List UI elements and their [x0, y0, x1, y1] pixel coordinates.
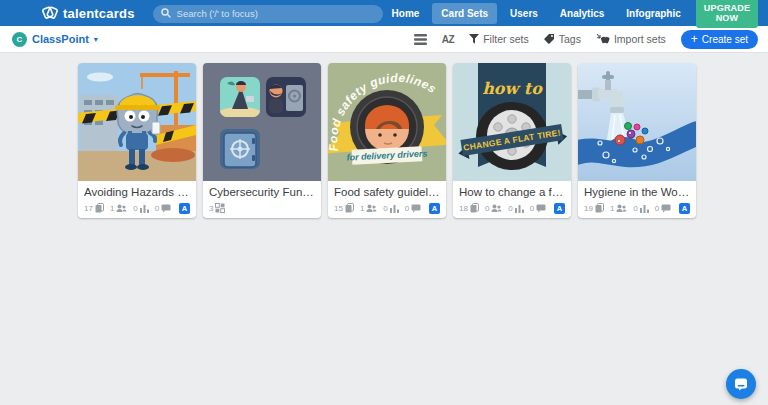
hygiene-thumbnail — [578, 63, 696, 181]
language-badge: A — [679, 203, 690, 214]
group-icon — [116, 204, 127, 213]
card-set-avoiding-hazards[interactable]: Avoiding Hazards in the ... 17 1 0 0 — [78, 63, 196, 218]
card-footer: How to change a flat tire 18 0 0 0 — [453, 181, 571, 218]
feedback-icon — [536, 204, 546, 213]
sort-alpha-button[interactable]: AZ — [442, 34, 454, 45]
progress-count: 0 — [383, 204, 398, 213]
list-view-icon — [414, 34, 427, 45]
import-sets-label: Import sets — [614, 33, 666, 45]
top-navbar: talentcards Home Card Sets Users Analyti… — [0, 0, 768, 26]
progress-count: 0 — [133, 204, 148, 213]
cybersecurity-thumbnail — [203, 63, 321, 181]
feedback-icon — [411, 204, 421, 213]
food-safety-thumbnail: Food safety guidelines for delivery driv… — [328, 63, 446, 181]
feedback-icon — [661, 204, 671, 213]
import-sets-button[interactable]: Import sets — [596, 33, 666, 45]
cards-icon — [95, 203, 104, 213]
upgrade-now-button[interactable]: UPGRADE NOW — [696, 0, 758, 28]
chat-support-button[interactable] — [726, 369, 756, 399]
card-stats: 19 1 0 0 A — [584, 202, 690, 214]
card-set-food-safety[interactable]: Food safety guidelines for delivery driv… — [328, 63, 446, 218]
card-sets-grid: Avoiding Hazards in the ... 17 1 0 0 — [0, 53, 768, 218]
talentcards-logo-icon — [42, 4, 58, 23]
primary-nav: Home Card Sets Users Analytics Infograph… — [383, 3, 690, 24]
card-title: Food safety guidelines f... — [334, 186, 440, 198]
card-group-cybersecurity[interactable]: Cybersecurity Fundame... 3 — [203, 63, 321, 218]
create-set-label: Create set — [702, 34, 748, 45]
filter-sets-label: Filter sets — [483, 33, 529, 45]
card-sets-toolbar: C ClassPoint ▾ AZ Filter sets — [0, 26, 768, 53]
sets-grid-icon — [215, 203, 225, 213]
bar-chart-icon — [140, 204, 149, 213]
search-icon — [161, 8, 171, 18]
groups-count: 1 — [110, 204, 127, 213]
feedback-count: 0 — [655, 204, 671, 213]
card-stats: 17 1 0 0 A — [84, 202, 190, 214]
feedback-count: 0 — [530, 204, 546, 213]
language-badge: A — [554, 203, 565, 214]
sets-count: 3 — [209, 203, 225, 213]
card-set-flat-tire[interactable]: how to CHANGE A FLAT TIRE! How to change… — [453, 63, 571, 218]
group-avatar: C — [12, 32, 27, 47]
tag-icon — [544, 34, 555, 44]
group-selector[interactable]: C ClassPoint ▾ — [12, 32, 98, 47]
cards-icon — [595, 203, 604, 213]
card-footer: Food safety guidelines f... 15 1 0 0 — [328, 181, 446, 218]
cards-count: 15 — [334, 203, 354, 213]
card-stats: 3 — [209, 202, 315, 214]
flat-tire-thumbnail: how to CHANGE A FLAT TIRE! — [453, 63, 571, 181]
nav-item-card-sets[interactable]: Card Sets — [432, 3, 497, 24]
list-view-button[interactable] — [414, 34, 427, 45]
brand-logo[interactable]: talentcards — [42, 4, 135, 23]
filter-sets-button[interactable]: Filter sets — [469, 33, 529, 45]
groups-count: 0 — [485, 204, 502, 213]
feedback-count: 0 — [155, 204, 171, 213]
filter-icon — [469, 34, 479, 44]
groups-count: 1 — [610, 204, 627, 213]
card-title: Hygiene in the Workplace — [584, 186, 690, 198]
feedback-icon — [161, 204, 171, 213]
feedback-count: 0 — [405, 204, 421, 213]
progress-count: 0 — [508, 204, 523, 213]
card-title: How to change a flat tire — [459, 186, 565, 198]
nav-item-infographic[interactable]: Infographic — [617, 3, 689, 24]
progress-count: 0 — [633, 204, 648, 213]
language-badge: A — [179, 203, 190, 214]
tags-button[interactable]: Tags — [544, 33, 581, 45]
brand-name: talentcards — [63, 6, 135, 21]
bar-chart-icon — [390, 204, 399, 213]
card-title: Avoiding Hazards in the ... — [84, 186, 190, 198]
plus-icon: + — [691, 33, 698, 45]
group-icon — [616, 204, 627, 213]
nav-item-analytics[interactable]: Analytics — [551, 3, 613, 24]
bar-chart-icon — [640, 204, 649, 213]
create-set-button[interactable]: + Create set — [681, 30, 758, 49]
cards-icon — [345, 203, 354, 213]
group-icon — [366, 204, 377, 213]
chevron-down-icon: ▾ — [94, 35, 98, 44]
avoiding-hazards-thumbnail — [78, 63, 196, 181]
card-footer: Hygiene in the Workplace 19 1 0 0 — [578, 181, 696, 218]
nav-item-home[interactable]: Home — [383, 3, 429, 24]
groups-count: 1 — [360, 204, 377, 213]
group-icon — [491, 204, 502, 213]
cards-count: 17 — [84, 203, 104, 213]
card-set-hygiene[interactable]: Hygiene in the Workplace 19 1 0 0 — [578, 63, 696, 218]
card-footer: Avoiding Hazards in the ... 17 1 0 0 — [78, 181, 196, 218]
import-icon — [596, 34, 610, 45]
bar-chart-icon — [515, 204, 524, 213]
flat-tire-top-text: how to — [482, 79, 543, 98]
search-input[interactable] — [153, 5, 383, 23]
chat-bubble-icon — [734, 378, 748, 391]
search-container — [153, 3, 383, 23]
card-title: Cybersecurity Fundame... — [209, 186, 315, 198]
tags-label: Tags — [559, 33, 581, 45]
sort-alpha-icon: AZ — [442, 34, 454, 45]
card-footer: Cybersecurity Fundame... 3 — [203, 181, 321, 218]
language-badge: A — [429, 203, 440, 214]
cards-count: 18 — [459, 203, 479, 213]
cards-count: 19 — [584, 203, 604, 213]
group-name: ClassPoint — [32, 33, 89, 45]
cards-icon — [470, 203, 479, 213]
nav-item-users[interactable]: Users — [501, 3, 547, 24]
